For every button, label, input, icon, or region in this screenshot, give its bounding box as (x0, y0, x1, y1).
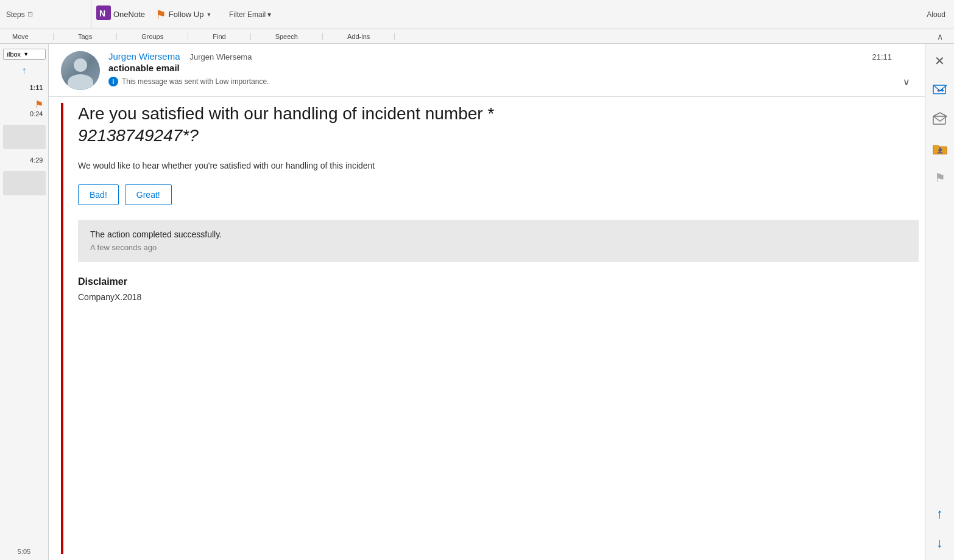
reply-icon (932, 82, 948, 98)
onenote-label: OneNote (113, 10, 145, 19)
info-icon: i (108, 77, 118, 86)
move-up-button[interactable]: ↑ (929, 503, 951, 525)
completion-box: The action completed successfully. A few… (78, 220, 919, 262)
filter-email-area[interactable]: Filter Email ▾ (229, 10, 271, 19)
steps-expand-icon: ⊡ (27, 10, 33, 18)
groups-row: Move Tags Groups Find Speech Add-ins ∧ (0, 29, 954, 44)
email-time-3: 4:29 (30, 156, 43, 164)
disclaimer-text: CompanyX.2018 (78, 292, 919, 302)
email-body-border: Are you satisfied with our handling of i… (61, 103, 919, 554)
completion-time: A few seconds ago (90, 243, 906, 252)
title-part2: 92138749247 (78, 126, 182, 145)
title-part3: *? (182, 126, 198, 145)
bad-button[interactable]: Bad! (78, 184, 119, 205)
email-expand-btn[interactable]: ∨ (900, 74, 913, 90)
action-buttons: Bad! Great! (78, 184, 919, 205)
follow-up-chevron: ▼ (206, 12, 211, 18)
group-label-find: Find (188, 33, 250, 40)
sender-name: Jurgen Wiersema (108, 51, 180, 61)
svg-text:N: N (99, 9, 105, 18)
flag-button[interactable]: ⚑ (929, 167, 951, 189)
email-timestamp: 21:11 (872, 52, 892, 61)
onenote-svg: N (96, 5, 111, 20)
email-to: Jurgen Wiersema (190, 52, 252, 61)
download-folder-icon (932, 141, 948, 156)
group-label-groups: Groups (117, 33, 188, 40)
disclaimer-heading: Disclaimer (78, 276, 919, 287)
onenote-icon-area: N OneNote (96, 5, 145, 24)
email-importance: i This message was sent with Low importa… (108, 77, 892, 86)
mailbox-chevron: ▼ (23, 51, 29, 57)
importance-text: This message was sent with Low importanc… (122, 77, 269, 86)
follow-up-button[interactable]: ⚑ Follow Up ▼ (150, 5, 217, 24)
onenote-icon: N (96, 5, 111, 24)
download-folder-button[interactable] (929, 138, 951, 159)
mailbox-selector[interactable]: ilbox ▼ (3, 49, 46, 60)
left-sidebar: ilbox ▼ ↑ 1:11 ⚑ 0:24 4:29 5:05 (0, 44, 49, 560)
group-label-tags: Tags (54, 33, 117, 40)
close-button[interactable]: ✕ (929, 50, 951, 72)
email-main-title: Are you satisfied with our handling of i… (78, 103, 919, 147)
email-subject: actionable email (108, 63, 892, 73)
nav-up-btn[interactable]: ↑ (12, 62, 37, 79)
avatar-image (61, 51, 100, 90)
reading-pane: Jurgen Wiersema Jurgen Wiersema 21:11 ac… (49, 44, 925, 560)
email-list-item-2[interactable]: ⚑ 0:24 (3, 96, 46, 120)
email-header-info: Jurgen Wiersema Jurgen Wiersema 21:11 ac… (108, 51, 892, 86)
steps-label: Steps (6, 10, 25, 19)
email-list-item-3[interactable]: 4:29 (3, 154, 46, 166)
email-time-2: 0:24 (30, 110, 43, 117)
open-envelope-icon (932, 111, 948, 127)
reply-button[interactable] (929, 79, 951, 101)
group-label-speech: Speech (251, 33, 323, 40)
completion-text: The action completed successfully. (90, 229, 906, 239)
open-envelope-button[interactable] (929, 108, 951, 130)
group-label-move: Move (6, 33, 54, 40)
email-list-item-1[interactable]: 1:11 (3, 82, 46, 94)
sidebar-gray-2 (3, 171, 46, 195)
group-label-addins: Add-ins (323, 33, 395, 40)
ribbon-aloud: Aloud (927, 10, 954, 19)
onenote-button[interactable]: N OneNote (91, 3, 150, 26)
move-down-button[interactable]: ↓ (929, 532, 951, 554)
ribbon-collapse-btn[interactable]: ∧ (932, 32, 948, 41)
sidebar-gray-1 (3, 125, 46, 149)
email-body-paragraph: We would like to hear whether you're sat… (78, 159, 919, 172)
email-time-1: 1:11 (29, 84, 43, 91)
sidebar-bottom-time: 5:05 (18, 548, 30, 555)
right-action-bar: ✕ (925, 44, 954, 560)
follow-up-flag-icon: ⚑ (155, 7, 166, 22)
flag-icon-2: ⚑ (35, 99, 43, 110)
sender-row: Jurgen Wiersema Jurgen Wiersema 21:11 (108, 51, 892, 61)
title-part1: Are you satisfied with our handling of i… (78, 104, 494, 123)
mailbox-label: ilbox (7, 51, 21, 58)
ribbon-spacer: Filter Email ▾ (217, 10, 927, 19)
email-header: Jurgen Wiersema Jurgen Wiersema 21:11 ac… (49, 44, 925, 97)
great-button[interactable]: Great! (125, 184, 172, 205)
follow-up-icon-area: ⚑ Follow Up ▼ (155, 7, 212, 22)
ribbon-top: Steps ⊡ N OneNote ⚑ Follow Up ▼ Filter E… (0, 0, 954, 29)
follow-up-label: Follow Up (169, 10, 204, 19)
steps-section: Steps ⊡ (0, 0, 91, 29)
sender-avatar (61, 51, 100, 90)
main-area: ilbox ▼ ↑ 1:11 ⚑ 0:24 4:29 5:05 (0, 44, 954, 560)
email-body-wrapper: Are you satisfied with our handling of i… (61, 103, 919, 554)
